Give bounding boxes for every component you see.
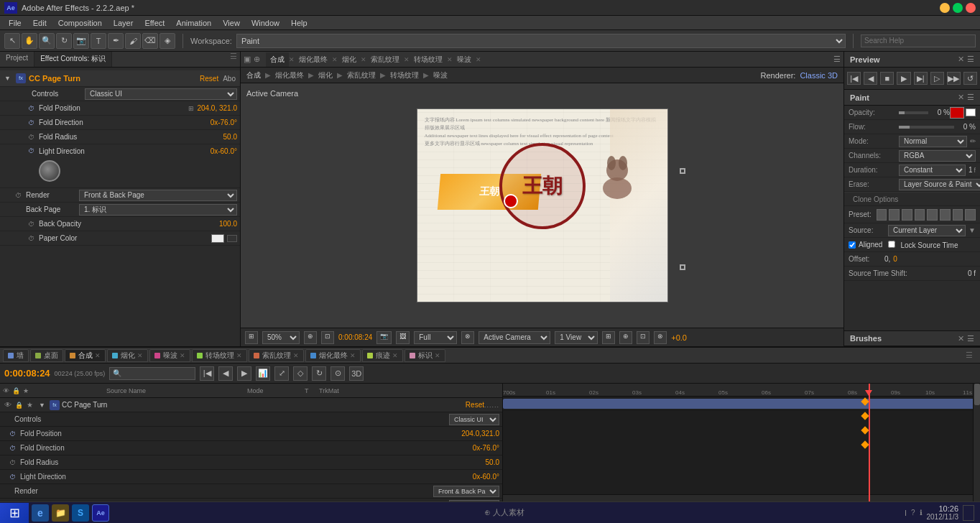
- menu-file[interactable]: File: [3, 17, 27, 29]
- breadcrumb-2[interactable]: 烟化最终: [275, 70, 304, 80]
- breadcrumb-4[interactable]: 索乱纹理: [347, 70, 376, 80]
- paint-panel-close[interactable]: ✕: [958, 93, 964, 102]
- opacity-slider[interactable]: [899, 111, 928, 114]
- tl-tab-comp-close[interactable]: ✕: [95, 352, 101, 359]
- light-direction-value[interactable]: 0x-60.0°: [211, 147, 237, 155]
- paper-color-stopwatch[interactable]: ⏱: [26, 233, 36, 244]
- tl-tab-noise[interactable]: 噪波 ✕: [149, 349, 190, 362]
- timeline-scrollbar-thumb[interactable]: [974, 384, 980, 405]
- tl-nav-prev[interactable]: ◀: [218, 366, 233, 381]
- comp-panel-settings[interactable]: ☰: [833, 55, 841, 64]
- tl-nav-next[interactable]: ▶: [237, 366, 251, 381]
- snapshot-btn[interactable]: 📷: [376, 331, 392, 344]
- preview-next-btn[interactable]: ▶|: [914, 72, 928, 85]
- tl-fold-radius-sw[interactable]: ⏱: [7, 458, 17, 468]
- preview-ram-btn[interactable]: ▷: [930, 72, 944, 85]
- preview-first-btn[interactable]: |◀: [847, 72, 861, 85]
- tl-render-dropdown[interactable]: Front & Back Pa: [433, 486, 499, 497]
- tl-tab-transition-close[interactable]: ✕: [236, 352, 242, 359]
- tl-btn-move-keys[interactable]: ⤢: [274, 366, 289, 381]
- comp-tab-2[interactable]: 烟化最终: [295, 52, 332, 67]
- render-stopwatch[interactable]: ⏱: [13, 190, 23, 200]
- tl-layer-reset[interactable]: Reset: [466, 401, 484, 409]
- tl-tab-desktop[interactable]: 桌面: [30, 349, 63, 362]
- tl-search-input[interactable]: [109, 367, 195, 380]
- tl-tab-smoke-close[interactable]: ✕: [137, 352, 143, 359]
- taskbar-ie-icon[interactable]: e: [32, 504, 49, 522]
- tool-camera[interactable]: 📷: [73, 33, 89, 49]
- taskbar-folder-icon[interactable]: 📁: [52, 504, 69, 522]
- viewer-btn-2[interactable]: ⊕: [619, 331, 632, 344]
- tool-text[interactable]: T: [91, 33, 106, 49]
- preset-icon-2[interactable]: [889, 209, 900, 221]
- channels-select[interactable]: RGBA: [899, 150, 976, 162]
- preview-stop-btn[interactable]: ■: [880, 72, 894, 85]
- frame-handle-tr[interactable]: [680, 168, 685, 174]
- tl-tab-trace[interactable]: 痕迹 ✕: [362, 349, 403, 362]
- show-desktop-btn[interactable]: [963, 505, 974, 521]
- paint-panel-menu[interactable]: ☰: [967, 93, 974, 102]
- preset-icon-3[interactable]: [902, 209, 912, 221]
- tl-tab-mark-close[interactable]: ✕: [435, 352, 440, 359]
- comp-tab-5[interactable]: 转场纹理: [410, 52, 447, 67]
- aligned-checkbox[interactable]: [849, 241, 856, 249]
- tl-tab-noise-close[interactable]: ✕: [180, 352, 185, 359]
- tl-btn-motion-blur[interactable]: ⊙: [330, 366, 345, 381]
- comp-tab-3[interactable]: 烟化: [338, 52, 361, 67]
- tool-zoom[interactable]: 🔍: [39, 33, 55, 49]
- tl-tab-texture[interactable]: 索乱纹理 ✕: [249, 349, 304, 362]
- breadcrumb-3[interactable]: 烟化: [318, 70, 333, 80]
- tl-layer-expand[interactable]: ▼: [39, 402, 47, 409]
- tray-help-icon[interactable]: ?: [911, 509, 915, 517]
- tl-tab-transition[interactable]: 转场纹理 ✕: [192, 349, 247, 362]
- preset-icon-5[interactable]: [927, 209, 938, 221]
- preview-panel-close[interactable]: ✕: [958, 55, 964, 64]
- menu-animation[interactable]: Animation: [170, 17, 217, 29]
- viewer-btn-3[interactable]: ⊡: [637, 331, 650, 344]
- brushes-menu[interactable]: ☰: [967, 334, 974, 343]
- tl-tab-mark[interactable]: 标识 ✕: [405, 349, 445, 362]
- menu-help[interactable]: Help: [285, 17, 313, 29]
- paper-color-swatch[interactable]: [211, 234, 224, 243]
- tl-layer-star[interactable]: ★: [24, 401, 34, 409]
- quality-select[interactable]: Full Half Quarter: [414, 331, 457, 344]
- flow-slider[interactable]: [899, 126, 954, 129]
- menu-layer[interactable]: Layer: [108, 17, 139, 29]
- breadcrumb-6[interactable]: 噪波: [433, 70, 448, 80]
- preview-prev-btn[interactable]: ◀: [864, 72, 877, 85]
- duration-select[interactable]: Constant: [899, 165, 966, 176]
- fold-position-stopwatch[interactable]: ⏱: [26, 103, 36, 114]
- tool-stamp[interactable]: ◈: [160, 33, 175, 49]
- preview-last-btn[interactable]: ▶▶: [947, 72, 961, 85]
- close-button[interactable]: [966, 3, 976, 13]
- tool-eraser[interactable]: ⌫: [142, 33, 158, 49]
- tool-pen[interactable]: ✒: [108, 33, 124, 49]
- tl-fold-position-sw[interactable]: ⏱: [7, 429, 17, 439]
- tray-lang-icon[interactable]: I: [905, 509, 907, 517]
- menu-effect[interactable]: Effect: [139, 17, 170, 29]
- zoom-select[interactable]: 50% 100%: [262, 331, 300, 344]
- viewer-btn-4[interactable]: ⊗: [654, 331, 667, 344]
- tl-layer-lock[interactable]: 🔒: [14, 402, 23, 409]
- show-snapshot-btn[interactable]: 🖼: [396, 331, 410, 344]
- comp-tab-main[interactable]: 合成: [266, 52, 289, 67]
- comp-panel-menu[interactable]: ⊕: [254, 55, 260, 64]
- light-dial[interactable]: [39, 160, 60, 182]
- fit-btn[interactable]: ⊕: [304, 331, 317, 344]
- tl-btn-3d-draft[interactable]: 3D: [349, 366, 364, 381]
- fold-radius-stopwatch[interactable]: ⏱: [26, 132, 36, 142]
- taskbar-ae-icon[interactable]: Ae: [92, 504, 109, 522]
- fold-radius-value[interactable]: 50.0: [223, 133, 237, 141]
- tl-light-direction-sw[interactable]: ⏱: [7, 472, 17, 482]
- tl-tab-smokefinal[interactable]: 烟化最终 ✕: [305, 349, 361, 362]
- tool-brush[interactable]: 🖌: [125, 33, 141, 49]
- timeline-scrollbar-v[interactable]: [973, 384, 980, 501]
- fold-position-value[interactable]: 204.0, 321.0: [197, 104, 237, 112]
- frame-handle-br[interactable]: [680, 264, 685, 270]
- timeline-scrollbar-h[interactable]: [503, 494, 973, 501]
- tl-tab-texture-close[interactable]: ✕: [293, 352, 299, 359]
- viewer-timecode[interactable]: 0:00:08:24: [338, 333, 372, 341]
- comp-tab-6[interactable]: 噪波: [453, 52, 476, 67]
- camera-select[interactable]: Active Camera: [479, 331, 550, 344]
- viewer-btn-1[interactable]: ⊞: [602, 331, 615, 344]
